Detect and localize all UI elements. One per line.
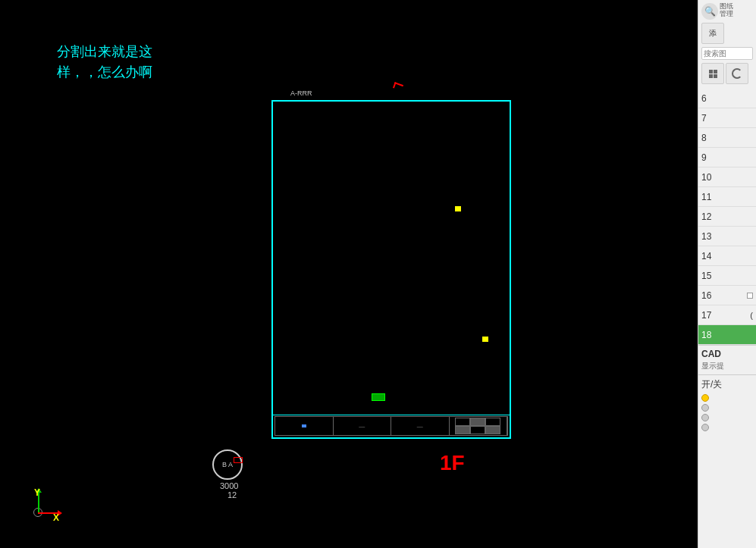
- num-item-16[interactable]: 16: [698, 286, 756, 305]
- num-label-9: 9: [701, 152, 707, 163]
- search-input[interactable]: [704, 49, 742, 58]
- x-axis-label: X: [53, 512, 59, 523]
- toggle-dot-gray-3: [701, 424, 709, 431]
- symbol-rect: [234, 457, 243, 463]
- num-item-8[interactable]: 8: [698, 128, 756, 148]
- num-label-15: 15: [701, 271, 711, 281]
- grid-icon: [709, 70, 717, 78]
- tb-cell-2: —: [334, 417, 392, 435]
- num-label-17: 17: [701, 310, 711, 321]
- floor-label: 1F: [440, 451, 465, 475]
- cad-canvas: 分割出来就是这 样，，怎么办啊 A-RRR — —: [0, 0, 698, 548]
- item-extra-16: [747, 293, 753, 299]
- icon-row-1: 添: [701, 23, 753, 44]
- tb-dash: —: [417, 423, 423, 430]
- right-sidebar: 🔍 图纸管理 添: [698, 0, 756, 548]
- symbol-number2: 12: [227, 490, 237, 499]
- num-item-18[interactable]: 18: [698, 325, 756, 345]
- sidebar-top: 🔍 图纸管理 添: [698, 0, 756, 89]
- num-item-17[interactable]: 17 (: [698, 305, 756, 325]
- symbol-letters: B A: [222, 461, 233, 469]
- g2: [470, 418, 485, 426]
- num-label-11: 11: [701, 192, 711, 202]
- num-label-10: 10: [701, 172, 711, 183]
- num-label-7: 7: [701, 113, 707, 124]
- toggle-label: 开/关: [701, 378, 753, 391]
- num-item-15[interactable]: 15: [698, 266, 756, 286]
- toggle-dot-gray-1: [701, 404, 709, 412]
- toolbar-row: [701, 63, 753, 84]
- num-label-8: 8: [701, 133, 707, 143]
- annotation-text: 分割出来就是这 样，，怎么办啊: [57, 42, 152, 83]
- g5: [470, 426, 485, 434]
- num-item-11[interactable]: 11: [698, 187, 756, 207]
- g1: [455, 418, 470, 426]
- drawing-label: A-RRR: [290, 89, 312, 97]
- tb-cell-3: —: [391, 417, 450, 435]
- small-sq-icon: [747, 293, 753, 299]
- item-extra-17: (: [750, 311, 753, 320]
- num-item-6[interactable]: 6: [698, 89, 756, 108]
- paren-label: (: [750, 311, 753, 320]
- sidebar-title-label: 图纸管理: [720, 3, 733, 20]
- g6: [485, 426, 500, 434]
- num-item-7[interactable]: 7: [698, 108, 756, 128]
- blue-dot: [302, 424, 306, 427]
- num-label-12: 12: [701, 211, 711, 222]
- toggle-section: 开/关: [698, 374, 756, 437]
- icon-btn-6[interactable]: [701, 63, 724, 84]
- symbol-circle: B A: [212, 449, 243, 480]
- num-item-12[interactable]: 12: [698, 207, 756, 227]
- title-block-inner: — —: [274, 416, 508, 436]
- yellow-element-2: [482, 337, 488, 342]
- cad-label: CAD: [701, 349, 753, 359]
- add-icon-btn[interactable]: 添: [701, 23, 724, 44]
- search-icon-btn[interactable]: 🔍: [701, 3, 718, 20]
- title-block: — —: [273, 415, 510, 437]
- drawing-frame: — —: [271, 100, 511, 439]
- num-label-14: 14: [701, 251, 711, 261]
- add-icon: 添: [709, 28, 717, 39]
- search-area[interactable]: [701, 47, 753, 60]
- toggle-dot-gray-2: [701, 414, 709, 421]
- red-mark: [393, 82, 403, 91]
- g4: [455, 426, 470, 434]
- toggle-row-3: [701, 414, 753, 421]
- tb-text: —: [359, 423, 365, 430]
- refresh-icon-btn[interactable]: [726, 63, 748, 84]
- tb-cell-1: [275, 417, 334, 435]
- toggle-row-4: [701, 424, 753, 431]
- num-item-9[interactable]: 9: [698, 148, 756, 168]
- g3: [485, 418, 500, 426]
- toggle-dot-yellow: [701, 394, 709, 402]
- toggle-row-1: [701, 394, 753, 402]
- number-list: 6 7 8 9 10 11 12 13 14 15 16: [698, 89, 756, 345]
- display-hint: 显示提: [701, 361, 753, 371]
- symbol-number1: 3000: [220, 481, 238, 490]
- green-element: [372, 393, 385, 401]
- num-label-16: 16: [701, 290, 711, 301]
- refresh-icon: [732, 68, 742, 79]
- num-item-10[interactable]: 10: [698, 168, 756, 187]
- num-label-18: 18: [701, 330, 711, 340]
- yellow-element-1: [455, 206, 461, 211]
- tb-grid: [455, 418, 500, 434]
- cad-section: CAD 显示提: [698, 345, 756, 374]
- toggle-row-2: [701, 404, 753, 412]
- num-item-14[interactable]: 14: [698, 246, 756, 266]
- num-label-6: 6: [701, 93, 707, 104]
- y-axis-label: Y: [34, 487, 40, 498]
- num-label-13: 13: [701, 231, 711, 242]
- num-item-13[interactable]: 13: [698, 227, 756, 246]
- tb-cell-4: [450, 417, 508, 435]
